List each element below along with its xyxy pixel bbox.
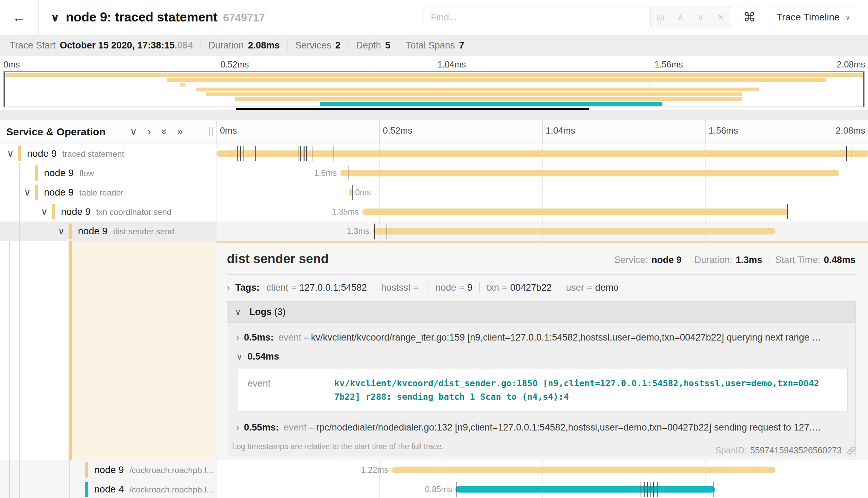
span-collapse-chevron-icon[interactable]: ∨ [7,148,14,159]
span-row[interactable]: node 9/cockroach.roachpb.I...1.22ms [0,460,868,480]
tree-guide-line [53,221,53,241]
span-duration-bar[interactable] [362,209,788,215]
summary-item-label: Trace Start [10,40,56,51]
span-labels: node 9txn coordinator send [61,206,171,217]
span-detail-meta: Service:node 9Duration:1.3msStart Time:0… [608,255,856,265]
operation-name: /cockroach.roachpb.I... [130,485,214,495]
span-row[interactable]: node 4/cockroach.roachpb.I...0.85ms [0,480,868,498]
log-marker-tick [390,224,390,239]
find-clear-button[interactable]: ✕ [711,7,731,28]
span-row[interactable]: ∨node 9table reader0ms [0,183,868,202]
span-rows: ∨node 9traced statementnode 9flow1.6ms∨n… [0,144,868,498]
span-duration-bar[interactable] [373,228,776,235]
span-labels: node 9traced statement [27,148,124,159]
expand-one-icon[interactable]: › [148,127,151,137]
log-marker-tick [306,146,307,161]
span-collapse-chevron-icon[interactable]: ∨ [58,226,65,237]
service-name: node 9 [44,167,74,179]
log-entry[interactable]: ›0.5ms:event=kv/kvclient/kvcoord/range_i… [227,325,855,344]
span-id-label: SpanID: [715,445,746,455]
link-icon[interactable] [847,446,856,455]
log-entry[interactable]: ∨0.54ms [227,344,855,363]
equals-sign: = [459,282,464,293]
span-duration-label: 0.85ms [425,485,452,494]
span-name-cell[interactable]: node 9flow [0,163,216,183]
span-name-cell[interactable]: node 4/cockroach.roachpb.I... [0,480,216,498]
span-row[interactable]: node 9flow1.6ms [0,163,868,183]
minimap-drag-handle[interactable] [4,72,5,107]
span-duration-bar[interactable] [455,486,715,493]
minimap-scroll-thumb[interactable] [236,108,589,110]
back-button[interactable]: ← [0,0,39,35]
minimap-drag-handle[interactable] [863,72,864,107]
trace-view-select[interactable]: Trace Timeline ∨ [768,7,859,28]
log-keyvalue-table: eventkv/kvclient/kvcoord/dist_sender.go:… [238,369,848,412]
find-input[interactable] [424,7,650,28]
equals-sign: = [291,282,296,293]
chevron-down-icon: ∨ [236,352,242,361]
tree-guide-line [9,460,10,480]
span-timeline-cell[interactable]: 1.35ms [216,202,868,221]
span-timeline-cell[interactable]: 1.22ms [216,460,868,480]
span-name-cell[interactable]: ∨node 9txn coordinator send [0,202,216,221]
log-timestamp: 0.5ms: [244,332,274,343]
minimap-span-bar [320,102,662,106]
span-duration-bar[interactable] [216,151,868,157]
span-collapse-chevron-icon[interactable]: ∨ [41,206,48,217]
find-next-button[interactable]: ∨ [691,7,711,28]
tag-item: client=127.0.0.1:54582 [266,282,374,293]
log-marker-tick [657,482,658,497]
find-prev-button[interactable]: ∧ [671,7,691,28]
collapse-one-icon[interactable]: ∨ [130,127,137,137]
span-row[interactable]: ∨node 9dist sender send1.3ms [0,221,868,241]
span-duration-bar[interactable] [392,467,776,473]
tag-key: txn [487,282,499,293]
span-row[interactable]: ∨node 9txn coordinator send1.35ms [0,202,868,221]
service-name: node 9 [27,148,57,159]
span-name-cell[interactable]: ∨node 9dist sender send [0,221,216,241]
span-duration-label: 0ms [355,188,371,197]
log-field-key: event [278,332,301,343]
title-collapse-chevron-icon[interactable]: ∨ [51,11,60,24]
minimap-span-bar [167,78,826,82]
tree-toggle-icons: ∨›»» [130,127,183,137]
trace-title: node 9: traced statement [66,10,218,25]
find-locate-button[interactable]: ◎ [650,7,671,28]
log-marker-tick [647,482,648,497]
log-entry[interactable]: ›0.55ms:event=rpc/nodedialer/nodedialer.… [227,415,855,434]
span-name-cell[interactable]: node 9/cockroach.roachpb.I... [0,460,216,480]
span-timeline-cell[interactable] [216,144,868,163]
ruler-tick-label: 2.08ms [837,60,865,70]
log-marker-tick [653,482,654,497]
span-collapse-chevron-icon[interactable]: ∨ [24,187,31,198]
logs-header[interactable]: ∨ Logs (3) [227,302,855,323]
tags-row[interactable]: › Tags: client=127.0.0.1:54582hostssl=no… [227,282,856,293]
span-timeline-cell[interactable]: 0.85ms [216,480,868,498]
span-name-cell[interactable]: ∨node 9traced statement [0,144,216,163]
keyboard-shortcuts-button[interactable]: ⌘ [739,7,760,28]
operation-name: /cockroach.roachpb.I... [130,465,214,475]
span-row[interactable]: ∨node 9traced statement [0,144,868,163]
span-name-cell[interactable]: ∨node 9table reader [0,183,216,202]
column-resizer-grip[interactable] [209,127,213,136]
tree-guide-line [9,480,10,498]
span-timeline-cell[interactable]: 0ms [216,183,868,202]
tag-value: 127.0.0.1:54582 [299,282,367,293]
timeline-ruler: 0ms0.52ms1.04ms1.56ms2.08ms [216,120,868,144]
trace-minimap: 0ms0.52ms1.04ms1.56ms2.08ms [0,56,868,110]
tree-guide-line [36,460,36,480]
section-divider [0,110,868,120]
span-timeline-cell[interactable]: 1.3ms [216,221,868,241]
summary-item-label: Services [295,40,331,51]
chevron-down-icon: ∨ [697,12,704,23]
minimap-canvas[interactable] [3,71,865,107]
ruler-tick-label: 0ms [220,125,237,136]
span-detail-panel: dist sender send Service:node 9Duration:… [216,241,868,460]
span-duration-bar[interactable] [340,170,839,176]
tree-guide-line [53,241,53,460]
span-timeline-cell[interactable]: 1.6ms [216,163,868,183]
collapse-all-icon[interactable]: » [159,129,169,134]
expand-all-icon[interactable]: » [177,127,183,137]
log-marker-tick [387,224,387,239]
log-marker-tick [851,146,851,161]
